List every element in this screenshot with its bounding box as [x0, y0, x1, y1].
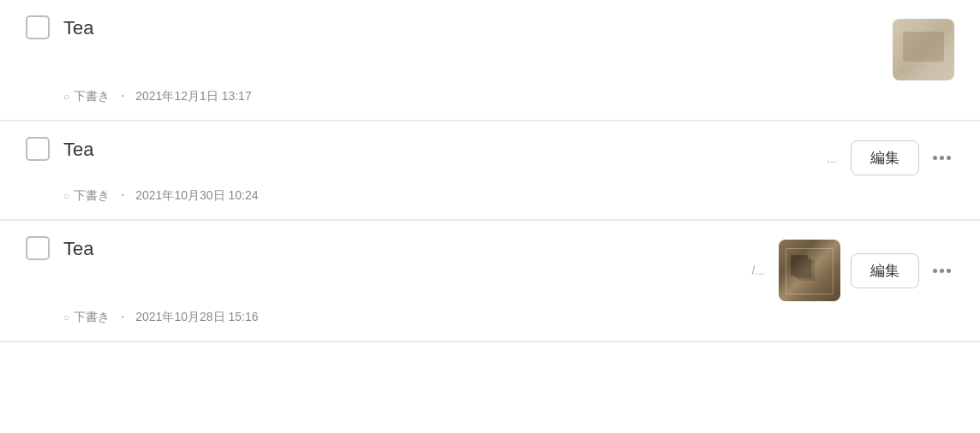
dot-3 [947, 269, 951, 273]
dot-1 [933, 269, 937, 273]
list-item: Tea 下書き ・ 2021年12月1日 13:17 [0, 0, 980, 121]
dot-3 [947, 156, 951, 160]
item-status: 下書き [63, 89, 110, 104]
separator: ・ [117, 89, 128, 104]
list-item: Tea ... 編集 下書き ・ 2021年10月30日 10:24 [0, 121, 980, 220]
item-excerpt: ... [827, 151, 837, 165]
item-checkbox[interactable] [26, 15, 50, 39]
dot-2 [940, 269, 944, 273]
edit-button[interactable]: 編集 [851, 253, 919, 288]
separator: ・ [117, 188, 128, 204]
more-options-button[interactable] [929, 262, 954, 280]
item-date: 2021年10月28日 15:16 [135, 310, 258, 325]
item-date: 2021年10月30日 10:24 [135, 188, 258, 204]
dot-2 [940, 156, 944, 160]
item-thumbnail [779, 240, 840, 301]
item-meta: 下書き ・ 2021年12月1日 13:17 [63, 89, 954, 104]
item-meta: 下書き ・ 2021年10月28日 15:16 [63, 310, 954, 325]
item-title: Tea [63, 236, 93, 260]
item-title: Tea [63, 15, 93, 39]
dot-1 [933, 156, 937, 160]
item-excerpt: /... [751, 264, 765, 277]
item-date: 2021年12月1日 13:17 [135, 89, 251, 104]
item-status: 下書き [63, 188, 110, 204]
edit-button[interactable]: 編集 [851, 140, 919, 175]
item-status: 下書き [63, 310, 110, 325]
list-item: Tea /... 編集 下書き ・ 2021年10月28日 15:16 [0, 220, 980, 341]
item-checkbox[interactable] [26, 236, 50, 260]
more-options-button[interactable] [929, 149, 954, 167]
bottom-border [0, 341, 980, 342]
item-meta: 下書き ・ 2021年10月30日 10:24 [63, 188, 954, 204]
item-title: Tea [63, 137, 93, 161]
separator: ・ [117, 310, 128, 325]
article-list: Tea 下書き ・ 2021年12月1日 13:17 Tea ... 編集 [0, 0, 980, 342]
item-checkbox[interactable] [26, 137, 50, 161]
item-thumbnail [893, 19, 954, 80]
